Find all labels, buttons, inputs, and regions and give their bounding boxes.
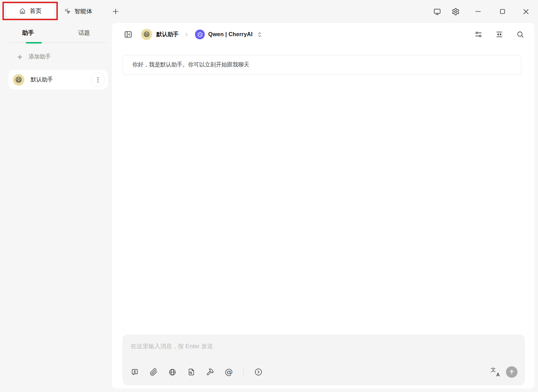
close-icon xyxy=(522,8,530,16)
titlebar: 首页 智能体 xyxy=(0,0,538,23)
select-chevrons-icon xyxy=(257,32,262,38)
attachment-button[interactable] xyxy=(149,368,158,376)
message-input[interactable] xyxy=(123,335,524,366)
hammer-icon xyxy=(206,368,214,376)
sidebar-tabs-divider xyxy=(9,42,106,43)
chat-header: 😄 默认助手 Qwen | CherryAI xyxy=(112,23,535,46)
mention-model-button[interactable]: @ xyxy=(225,368,233,376)
knowledge-base-button[interactable] xyxy=(187,368,195,376)
chevron-right-icon xyxy=(184,32,189,37)
greeting-text: 你好，我是默认助手。你可以立刻开始跟我聊天 xyxy=(132,61,249,69)
input-toolbar: @ 文 A xyxy=(123,366,524,385)
translate-icon: 文 xyxy=(491,367,496,373)
translate-button[interactable]: 文 A xyxy=(491,367,500,377)
annotation-highlight: 首页 xyxy=(2,2,58,20)
model-selector[interactable]: Qwen | CherryAI xyxy=(195,30,262,39)
file-search-icon xyxy=(187,368,195,376)
panel-collapse-icon xyxy=(124,30,133,39)
expand-width-button[interactable] xyxy=(495,30,504,39)
minimize-button[interactable] xyxy=(474,7,482,16)
plus-icon xyxy=(111,7,120,16)
collapse-sidebar-button[interactable] xyxy=(124,30,133,39)
active-tab-indicator xyxy=(26,42,42,43)
globe-icon xyxy=(168,368,177,376)
message-input-area: @ 文 A xyxy=(123,335,525,385)
circle-chevron-right-icon xyxy=(254,368,263,376)
settings-button[interactable] xyxy=(451,7,460,16)
agents-icon xyxy=(64,8,71,15)
assistant-avatar: 😄 xyxy=(141,29,152,40)
new-tab-button[interactable] xyxy=(111,7,120,16)
sidebar-tabs: 助手 话题 xyxy=(0,23,112,42)
gear-icon xyxy=(452,8,460,16)
toolbar-right-group: 文 A xyxy=(491,366,517,378)
model-label: Qwen | CherryAI xyxy=(208,31,253,38)
chat-panel: 😄 默认助手 Qwen | CherryAI xyxy=(112,23,535,389)
kebab-menu-icon xyxy=(98,77,99,78)
new-topic-icon xyxy=(131,368,139,376)
breadcrumb-assistant-name[interactable]: 默认助手 xyxy=(156,31,179,38)
qwen-logo xyxy=(195,30,205,39)
add-assistant-label: 添加助手 xyxy=(29,53,51,61)
assistant-name: 默认助手 xyxy=(31,76,53,83)
tab-home[interactable]: 首页 xyxy=(6,4,54,18)
sliders-icon xyxy=(474,30,483,39)
web-search-button[interactable] xyxy=(168,368,177,376)
monitor-icon xyxy=(433,8,441,16)
minimize-icon xyxy=(474,8,482,15)
tab-assistants[interactable]: 助手 xyxy=(0,29,56,37)
assistant-list-item[interactable]: 😄 默认助手 xyxy=(8,70,108,89)
mcp-tools-button[interactable] xyxy=(206,368,214,376)
maximize-button[interactable] xyxy=(498,7,507,16)
chat-header-actions xyxy=(474,30,524,39)
quick-panel-button[interactable] xyxy=(254,368,263,376)
tab-topics[interactable]: 话题 xyxy=(56,29,112,37)
plus-icon xyxy=(16,54,23,61)
chat-settings-button[interactable] xyxy=(474,30,483,39)
new-topic-button[interactable] xyxy=(131,368,139,376)
arrow-up-icon xyxy=(508,369,515,375)
paperclip-icon xyxy=(150,368,158,376)
display-mode-button[interactable] xyxy=(433,7,441,16)
tab-agents-label: 智能体 xyxy=(75,7,92,15)
assistant-avatar: 😄 xyxy=(13,74,24,86)
assistant-greeting-message: 你好，我是默认助手。你可以立刻开始跟我聊天 xyxy=(123,55,521,75)
add-assistant-button[interactable]: 添加助手 xyxy=(16,53,51,61)
at-sign-icon: @ xyxy=(225,368,233,376)
search-icon xyxy=(516,30,524,39)
home-icon xyxy=(19,7,26,15)
close-button[interactable] xyxy=(522,7,530,16)
tab-home-label: 首页 xyxy=(30,7,42,15)
assistant-menu-button[interactable] xyxy=(91,73,105,87)
send-button[interactable] xyxy=(506,366,517,378)
assistants-sidebar: 助手 话题 添加助手 😄 默认助手 xyxy=(0,23,112,392)
toolbar-divider xyxy=(243,368,244,376)
expand-width-icon xyxy=(495,30,504,39)
tab-agents[interactable]: 智能体 xyxy=(61,4,95,18)
maximize-icon xyxy=(499,8,506,15)
search-button[interactable] xyxy=(516,30,524,39)
